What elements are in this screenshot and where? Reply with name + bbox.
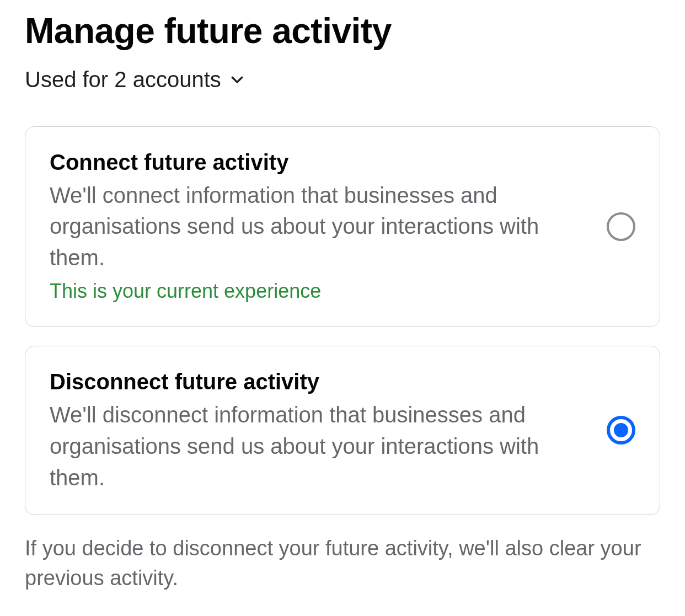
footer-info-text: If you decide to disconnect your future … (25, 534, 660, 593)
option-disconnect-future-activity[interactable]: Disconnect future activity We'll disconn… (25, 346, 660, 515)
accounts-label: Used for 2 accounts (25, 67, 221, 92)
radio-button-disconnect[interactable] (607, 416, 635, 444)
radio-unselected-icon (607, 212, 635, 241)
page-title: Manage future activity (25, 11, 660, 52)
option-current-note: This is your current experience (50, 277, 587, 306)
option-connect-future-activity[interactable]: Connect future activity We'll connect in… (25, 126, 660, 328)
radio-button-connect[interactable] (607, 212, 635, 241)
option-title: Connect future activity (50, 148, 587, 176)
chevron-down-icon (229, 71, 245, 88)
option-description: We'll disconnect information that busine… (50, 399, 587, 493)
accounts-dropdown[interactable]: Used for 2 accounts (25, 67, 660, 92)
option-title: Disconnect future activity (50, 367, 587, 396)
option-content: Connect future activity We'll connect in… (50, 148, 587, 306)
option-description: We'll connect information that businesse… (50, 180, 587, 274)
radio-selected-icon (607, 416, 635, 444)
option-content: Disconnect future activity We'll disconn… (50, 367, 587, 493)
